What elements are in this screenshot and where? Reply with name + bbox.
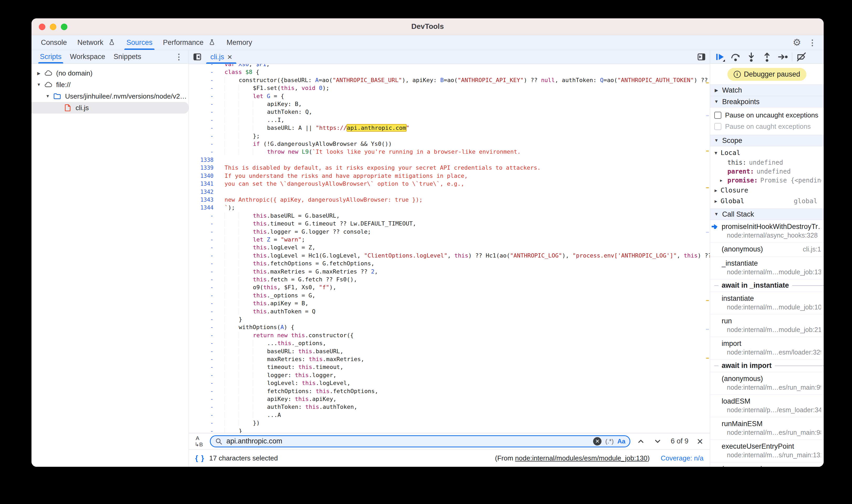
line-number[interactable]: -	[189, 140, 217, 148]
coverage-link[interactable]: Coverage: n/a	[661, 454, 704, 462]
breakpoints-section-header[interactable]: ▼ Breakpoints	[710, 96, 824, 108]
line-number[interactable]: -	[189, 116, 217, 124]
tab-console[interactable]: Console	[36, 35, 72, 50]
line-number[interactable]: -	[189, 411, 217, 419]
collapse-navigator-icon[interactable]	[193, 52, 202, 61]
chevron-down-icon[interactable]: ▼	[44, 94, 51, 98]
line-number[interactable]: -	[189, 64, 217, 68]
breakpoint-option[interactable]: Pause on uncaught exceptions	[710, 110, 824, 121]
watch-section-header[interactable]: ▶ Watch	[710, 85, 824, 96]
line-number[interactable]: -	[189, 387, 217, 395]
tab-network[interactable]: Network	[72, 35, 121, 50]
line-number[interactable]: -	[189, 347, 217, 355]
line-number[interactable]: -	[189, 275, 217, 284]
close-window-button[interactable]	[39, 23, 46, 30]
call-stack-frame[interactable]: promiseInitHookWithDestroyTr…node:intern…	[710, 220, 824, 242]
step-button[interactable]	[776, 51, 790, 63]
line-number[interactable]: -	[189, 148, 217, 156]
line-number[interactable]: -	[189, 84, 217, 92]
line-number[interactable]: 1344	[189, 204, 217, 212]
scope-group-local[interactable]: ▼Local	[710, 147, 824, 158]
line-number[interactable]: -	[189, 132, 217, 140]
line-number[interactable]: -	[189, 371, 217, 379]
line-number[interactable]: 1342	[189, 188, 217, 196]
navigator-tab-snippets[interactable]: Snippets	[109, 50, 145, 64]
scope-group-global[interactable]: ▶Globalglobal	[710, 196, 824, 206]
call-stack-frame[interactable]: (anonymous)cli.js:1	[710, 242, 824, 257]
line-number[interactable]: -	[189, 379, 217, 387]
pretty-print-icon[interactable]: { }	[195, 454, 205, 462]
search-pill[interactable]: × (.*) Aa	[210, 435, 631, 447]
line-number[interactable]: -	[189, 355, 217, 363]
line-number[interactable]: -	[189, 339, 217, 347]
line-number[interactable]: 1340	[189, 172, 217, 180]
line-number[interactable]: -	[189, 395, 217, 403]
next-match-button[interactable]	[651, 437, 664, 446]
line-number[interactable]: -	[189, 68, 217, 76]
line-number[interactable]: -	[189, 427, 217, 433]
call-stack-frame[interactable]: (anonymous)node:internal/m…main_module:2	[710, 462, 824, 467]
call-stack-frame[interactable]: runnode:internal/m…module_job:214	[710, 314, 824, 337]
tree-item-file-[interactable]: ▼file://	[32, 79, 189, 90]
scope-variable-this[interactable]: this:undefined	[710, 158, 824, 167]
line-number[interactable]: -	[189, 363, 217, 371]
line-number[interactable]: -	[189, 284, 217, 291]
line-number[interactable]: -	[189, 403, 217, 411]
line-number[interactable]: -	[189, 292, 217, 300]
line-number[interactable]: -	[189, 244, 217, 251]
settings-gear-icon[interactable]: ⚙	[793, 37, 801, 48]
tab-sources[interactable]: Sources	[121, 35, 158, 50]
step-into-button[interactable]	[744, 51, 758, 63]
chevron-right-icon[interactable]: ▶	[35, 71, 42, 76]
line-number[interactable]: -	[189, 76, 217, 84]
step-over-button[interactable]	[728, 51, 743, 63]
call-stack-frame[interactable]: instantiatenode:internal/m…module_job:10…	[710, 292, 824, 314]
tree-item-cli-js[interactable]: cli.js	[32, 102, 189, 113]
line-number[interactable]: -	[189, 300, 217, 307]
resume-button[interactable]	[713, 51, 727, 63]
call-stack-frame[interactable]: loadESMnode:internal/p…/esm_loader:34	[710, 395, 824, 417]
line-number[interactable]: -	[189, 92, 217, 100]
line-number[interactable]: -	[189, 331, 217, 339]
line-number[interactable]: 1343	[189, 196, 217, 204]
call-stack-frame[interactable]: importnode:internal/m…esm/loader:329	[710, 337, 824, 360]
clear-search-icon[interactable]: ×	[593, 437, 602, 446]
zoom-window-button[interactable]	[61, 23, 67, 30]
call-stack-frame[interactable]: executeUserEntryPointnode:internal/m…s/r…	[710, 440, 824, 462]
line-number[interactable]: -	[189, 419, 217, 427]
source-mapping-link[interactable]: node:internal/modules/esm/module_job:130	[515, 454, 647, 462]
tree-item-users-jinhuilee-nvm-versions-node-v2-[interactable]: ▼Users/jinhuilee/.nvm/versions/node/v2…	[32, 90, 189, 102]
scope-section-header[interactable]: ▼ Scope	[710, 135, 824, 146]
line-number[interactable]: -	[189, 259, 217, 268]
callstack-section-header[interactable]: ▼ Call Stack	[710, 209, 824, 220]
code-editor[interactable]: -var Xs0, $F1;-class $8 {- constructor({…	[189, 64, 710, 433]
editor-tab-clijs[interactable]: cli.js ×	[206, 50, 236, 64]
line-number[interactable]: -	[189, 228, 217, 236]
close-tab-icon[interactable]: ×	[227, 53, 232, 61]
tab-memory[interactable]: Memory	[221, 35, 258, 50]
chevron-right-icon[interactable]: ▶	[720, 178, 727, 183]
line-number[interactable]: 1339	[189, 164, 217, 172]
tree-item--no-domain-[interactable]: ▶(no domain)	[32, 67, 189, 79]
more-options-icon[interactable]: ⋮	[809, 38, 816, 47]
chevron-down-icon[interactable]: ▼	[35, 82, 42, 87]
line-number[interactable]: -	[189, 100, 217, 108]
deactivate-breakpoints-button[interactable]	[794, 51, 809, 63]
breakpoint-option[interactable]: Pause on caught exceptions	[710, 121, 824, 132]
checkbox[interactable]	[714, 112, 721, 119]
regex-toggle[interactable]: (.*)	[605, 438, 614, 445]
checkbox[interactable]	[714, 123, 721, 130]
tab-performance[interactable]: Performance	[158, 35, 221, 50]
scope-variable-parent[interactable]: parent:undefined	[710, 167, 824, 176]
collapse-debugger-panel-icon[interactable]	[697, 52, 706, 61]
line-number[interactable]: -	[189, 268, 217, 275]
close-search-icon[interactable]: ×	[695, 436, 705, 447]
line-number[interactable]: -	[189, 308, 217, 316]
line-number[interactable]: -	[189, 212, 217, 220]
line-number[interactable]: -	[189, 323, 217, 331]
match-case-toggle[interactable]: Aa	[617, 438, 625, 445]
call-stack-frame[interactable]: (anonymous)node:internal/m…es/run_main:9…	[710, 372, 824, 395]
line-number[interactable]: 1338	[189, 156, 217, 164]
line-number[interactable]: -	[189, 220, 217, 228]
call-stack-frame[interactable]: _instantiatenode:internal/m…module_job:1…	[710, 257, 824, 279]
